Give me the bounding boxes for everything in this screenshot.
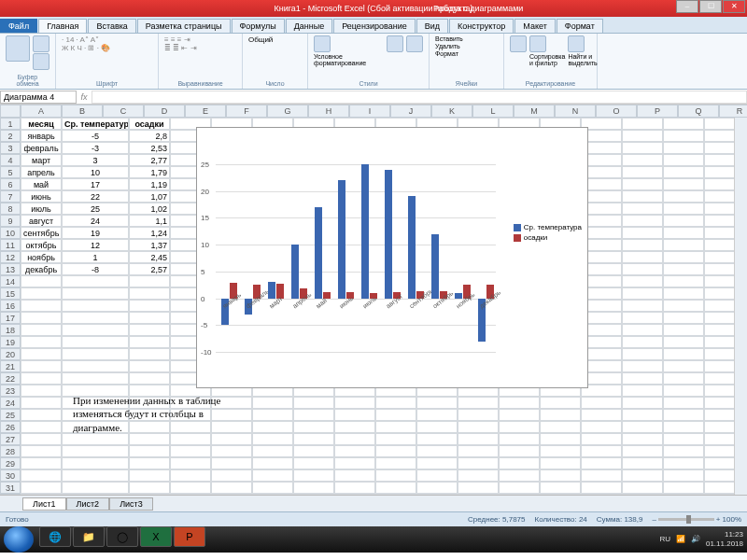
cell[interactable] (129, 360, 170, 372)
cell[interactable] (211, 445, 252, 457)
tab-formulas[interactable]: Формулы (232, 19, 285, 33)
cell[interactable] (663, 239, 704, 251)
cell[interactable] (170, 433, 211, 445)
worksheet[interactable]: ABCDEFGHIJKLMNOPQR 1месяцСр. температура… (0, 105, 747, 495)
cell[interactable] (170, 494, 211, 495)
cell[interactable] (663, 409, 704, 421)
row-header[interactable]: 27 (0, 433, 21, 445)
cell[interactable] (129, 457, 170, 469)
cell[interactable] (416, 433, 458, 445)
col-header[interactable]: E (185, 105, 226, 118)
cell[interactable] (663, 445, 704, 457)
cell[interactable] (21, 445, 62, 457)
cell[interactable] (622, 251, 663, 263)
start-button[interactable] (4, 526, 34, 553)
cell[interactable]: сентябрь (21, 227, 62, 239)
cell[interactable] (663, 166, 704, 178)
cell[interactable] (375, 445, 416, 457)
cell[interactable] (62, 300, 129, 312)
cell[interactable] (293, 494, 334, 495)
cell[interactable]: -5 (62, 130, 129, 142)
cell[interactable] (499, 469, 540, 482)
cell[interactable] (622, 154, 663, 166)
tab-page-layout[interactable]: Разметка страницы (137, 19, 231, 33)
cell[interactable] (170, 469, 211, 482)
col-header[interactable]: C (103, 105, 144, 118)
cell[interactable]: 1,24 (129, 227, 170, 239)
cell[interactable] (581, 433, 622, 445)
cell[interactable] (62, 324, 129, 336)
col-header[interactable]: K (431, 105, 472, 118)
tab-chart-layout[interactable]: Макет (514, 19, 555, 33)
tab-file[interactable]: Файл (0, 19, 37, 33)
cell[interactable] (622, 275, 663, 287)
cell[interactable] (663, 142, 704, 154)
cell[interactable] (334, 482, 375, 494)
cell[interactable] (416, 409, 458, 421)
cell[interactable] (21, 348, 62, 360)
cell[interactable] (458, 421, 499, 433)
cell[interactable] (62, 469, 129, 482)
table-format-icon[interactable] (387, 35, 403, 52)
formula-input[interactable] (92, 91, 747, 104)
cell[interactable] (293, 421, 334, 433)
cell[interactable] (663, 178, 704, 190)
cell[interactable] (663, 118, 704, 130)
cell[interactable] (622, 263, 663, 275)
cell[interactable] (21, 372, 62, 385)
cell[interactable] (622, 336, 663, 348)
row-header[interactable]: 26 (0, 421, 21, 433)
cell[interactable] (170, 482, 211, 494)
close-button[interactable]: ✕ (723, 0, 745, 13)
cell[interactable]: октябрь (21, 239, 62, 251)
tab-view[interactable]: Вид (416, 19, 448, 33)
row-header[interactable]: 8 (0, 203, 21, 215)
cell[interactable] (622, 190, 663, 203)
cell[interactable] (458, 409, 499, 421)
cell[interactable] (663, 397, 704, 409)
cell[interactable] (622, 287, 663, 300)
cell[interactable] (293, 445, 334, 457)
cell[interactable]: 1,37 (129, 239, 170, 251)
cell[interactable] (540, 445, 581, 457)
cell[interactable]: месяц (21, 118, 62, 130)
cell[interactable]: 2,57 (129, 263, 170, 275)
cell[interactable] (416, 494, 458, 495)
cell[interactable] (129, 445, 170, 457)
cell[interactable] (622, 312, 663, 324)
fx-icon[interactable]: fx (77, 92, 92, 102)
cell[interactable] (293, 397, 334, 409)
row-header[interactable]: 22 (0, 372, 21, 385)
row-header[interactable]: 20 (0, 348, 21, 360)
cell[interactable] (581, 457, 622, 469)
cell[interactable] (663, 469, 704, 482)
cell[interactable] (663, 360, 704, 372)
sort-icon[interactable] (529, 35, 546, 52)
cell[interactable] (581, 482, 622, 494)
cell[interactable] (62, 360, 129, 372)
cell[interactable] (129, 324, 170, 336)
cell[interactable] (375, 421, 416, 433)
cell[interactable] (663, 385, 704, 397)
cell[interactable] (663, 215, 704, 227)
cell[interactable] (62, 275, 129, 287)
cell[interactable] (375, 433, 416, 445)
cell[interactable] (622, 397, 663, 409)
cell[interactable] (499, 397, 540, 409)
cell[interactable] (622, 469, 663, 482)
paste-icon[interactable] (6, 35, 30, 62)
cell[interactable] (622, 118, 663, 130)
row-header[interactable]: 19 (0, 336, 21, 348)
cell[interactable] (129, 348, 170, 360)
cell[interactable] (458, 482, 499, 494)
cell[interactable] (62, 482, 129, 494)
cell[interactable] (21, 385, 62, 397)
cell[interactable] (540, 469, 581, 482)
cell[interactable] (211, 482, 252, 494)
cell[interactable] (170, 457, 211, 469)
cell[interactable] (581, 397, 622, 409)
cell[interactable] (21, 300, 62, 312)
cell[interactable]: март (21, 154, 62, 166)
cell[interactable] (581, 421, 622, 433)
cell[interactable] (622, 445, 663, 457)
